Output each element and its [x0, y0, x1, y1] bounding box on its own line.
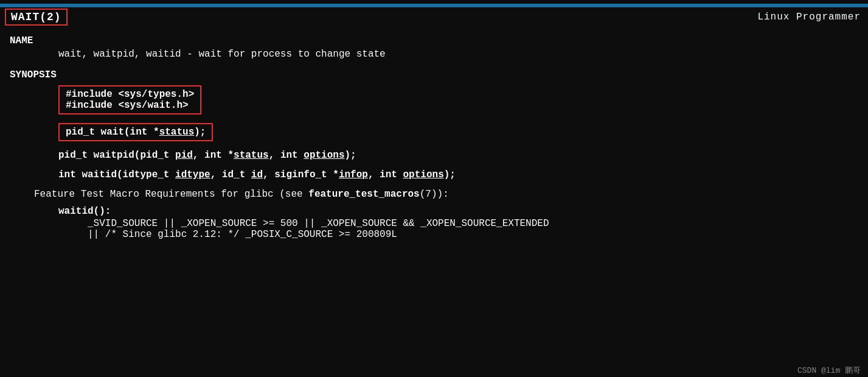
header-row: WAIT(2) Linux Programmer — [0, 4, 868, 29]
title-box: WAIT(2) — [5, 9, 68, 26]
wait-sig: pid_t wait(int *status); — [66, 127, 206, 138]
name-description: wait, waitpid, waitid - wait for process… — [10, 49, 858, 60]
header-right-text: Linux Programmer — [757, 12, 861, 23]
waitid-sig: int waitid(idtype_t idtype, id_t id, sig… — [10, 169, 858, 180]
top-bar — [0, 4, 868, 7]
synopsis-section: SYNOPSIS #include <sys/types.h> #include… — [10, 69, 858, 180]
waitid-detail-line1: _SVID_SOURCE || _XOPEN_SOURCE >= 500 || … — [58, 218, 858, 229]
main-content: NAME wait, waitpid, waitid - wait for pr… — [0, 29, 868, 247]
feature-intro: Feature Test Macro Requirements for glib… — [10, 189, 858, 200]
include-line-2: #include <sys/wait.h> — [66, 100, 194, 111]
name-section-label: NAME — [10, 35, 858, 46]
waitid-label: waitid(): — [58, 206, 858, 217]
waitid-feature-block: waitid(): _SVID_SOURCE || _XOPEN_SOURCE … — [10, 206, 858, 240]
page-title: WAIT(2) — [11, 11, 61, 23]
waitid-detail-line2: || /* Since glibc 2.12: */ _POSIX_C_SOUR… — [58, 229, 858, 240]
include-box: #include <sys/types.h> #include <sys/wai… — [58, 85, 201, 115]
include-line-1: #include <sys/types.h> — [66, 89, 194, 100]
footer-credit: CSDN @lim 鹏哥 — [797, 365, 861, 376]
synopsis-label: SYNOPSIS — [10, 69, 858, 80]
wait-sig-box: pid_t wait(int *status); — [58, 123, 213, 141]
page-container: WAIT(2) Linux Programmer NAME wait, wait… — [0, 4, 868, 377]
waitpid-sig: pid_t waitpid(pid_t pid, int *status, in… — [10, 150, 858, 161]
